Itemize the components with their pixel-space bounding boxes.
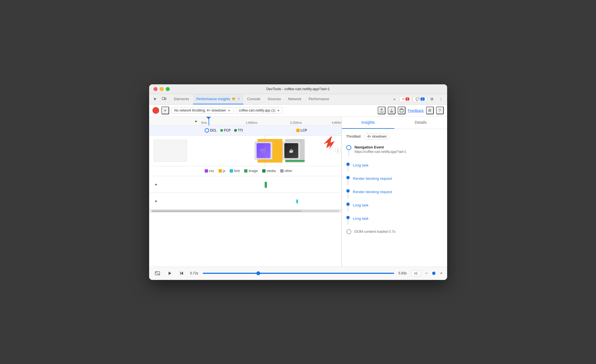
insights-list: Long task Render blocking request [346,160,443,236]
play-button[interactable] [166,269,174,277]
window-title: DevTools - coffee-cart.netlify.app/?ad=1 [266,87,330,91]
spine-0 [346,163,350,171]
insight-link-0[interactable]: Long task [353,163,369,167]
insight-link-2[interactable]: Render blocking request [353,190,392,194]
tab-performance-insights[interactable]: Performance insights ✕ [193,94,243,104]
speed-button[interactable]: x1 [411,270,421,276]
blank-frame [154,140,187,162]
tab-close-icon[interactable]: ✕ [237,97,240,101]
error-badge[interactable]: ✕ 1 [399,96,412,102]
tab-elements[interactable]: Elements [171,94,192,104]
css-color [205,169,208,173]
url-selector-dropdown[interactable]: coffee-cart.netlify.app (1) ▼ [236,107,283,114]
insight-content-2: Render blocking request [353,189,443,198]
help-icon[interactable]: ? [436,107,444,114]
net-collapse-1[interactable]: ▶ [154,181,159,187]
main-content: ▶ 0ms 1,600ms 3,200ms 4,800ms DCL [149,117,447,267]
tab-bar: Elements Performance insights ✕ Console … [149,94,447,105]
lcp-label: LCP [301,128,307,132]
delete-icon[interactable] [398,107,405,114]
more-options-icon[interactable]: ⋮ [437,95,445,103]
nav-circle [346,145,351,150]
device-toggle-icon[interactable] [160,95,168,103]
dot-0 [346,163,350,166]
css-label: css [209,169,214,173]
export-icon[interactable] [378,107,385,114]
js-color [219,169,222,173]
timeline-scrubber[interactable] [203,273,394,274]
scrollbar-thumb[interactable] [151,210,302,212]
record-dropdown[interactable]: ▼ [161,107,169,114]
nav-event-url: https://coffee-cart.netlify.app/?ad=1 [355,150,443,154]
maximize-button[interactable] [166,87,170,91]
insight-content-1: Render blocking request [353,176,443,185]
tab-details[interactable]: Details [394,117,447,129]
filmstrip-label [149,140,199,162]
legend-row: css js font image media [149,166,341,176]
spine-line-2 [348,166,348,171]
bottom-bar: 0.72s 5.93s x1 − + [149,267,447,280]
cyan-bar [296,199,298,203]
insight-link-1[interactable]: Render blocking request [353,176,392,181]
net-collapse-2[interactable]: ▶ [154,198,159,204]
message-badge[interactable]: 💬 1 [413,96,427,102]
skip-to-start-button[interactable] [178,269,186,277]
legend-media: media [262,169,276,173]
tab-network[interactable]: Network [285,94,305,104]
timeline-panel: ▶ 0ms 1,600ms 3,200ms 4,800ms DCL [149,117,342,267]
spine-line-1 [349,150,349,156]
collapse-icon[interactable]: ▶ [194,118,199,124]
zoom-indicator [432,272,435,275]
expand-button[interactable]: › [335,148,341,153]
insight-content-0: Long task [353,163,443,171]
other-color [280,169,284,173]
screenshot-toggle[interactable] [154,269,161,277]
record-button[interactable] [152,107,159,114]
throttling-dropdown[interactable]: No network throttling, 4× slowdown ▼ [171,107,234,114]
dom-event-label: DOM content loaded 0.7s [355,229,443,234]
throttle-badge: 4× slowdown [364,133,390,140]
close-button[interactable] [154,87,157,91]
dom-content-loaded: DOM content loaded 0.7s [346,227,443,236]
insight-row-2: Render blocking request [346,187,443,200]
tab-performance[interactable]: Performance [305,94,332,104]
media-label: media [267,169,276,173]
insight-link-4[interactable]: Long task [353,216,369,221]
time-start: 0.72s [190,271,198,275]
lcp-metric: LCP [296,128,307,132]
tab-sources[interactable]: Sources [264,94,284,104]
traffic-lights [154,87,170,91]
legend-image: image [244,169,258,173]
tab-console[interactable]: Console [244,94,264,104]
download-icon[interactable] [388,107,395,114]
settings-icon[interactable]: ⚙ [428,95,436,103]
scrollbar-track [151,210,339,212]
legend-font: font [230,169,240,173]
horizontal-scrollbar[interactable] [149,209,341,213]
net-track-area-1 [199,176,341,193]
zoom-in-button[interactable]: + [440,271,442,276]
filmstrip-area: 🛒 ☕ [199,136,335,166]
dot-4 [346,216,350,219]
gear-settings-icon[interactable]: ⚙ [426,107,434,114]
scrubber-thumb[interactable] [256,271,260,275]
time-0ms: 0ms [201,121,207,124]
expand-area: › [335,148,341,153]
zoom-out-button[interactable]: − [425,271,428,276]
minimize-button[interactable] [160,87,164,91]
insight-link-3[interactable]: Long task [353,203,369,207]
right-panel: Insights Details Throttled: 4× slowdown [342,117,447,267]
insight-row-0: Long task [346,160,443,174]
tab-insights[interactable]: Insights [342,117,395,129]
green-bar-1 [265,182,267,188]
image-label: image [249,169,258,173]
cursor-icon[interactable] [151,95,159,103]
scrubber-track [203,273,394,274]
fcp-metric: FCP [220,128,231,132]
spine-2 [346,189,350,198]
more-tabs-icon[interactable]: » [390,95,398,103]
fcp-icon [220,129,223,132]
feedback-link[interactable]: Feedback [408,108,424,113]
thumbnail-2: ☕ [282,142,300,160]
insight-row-1: Render blocking request [346,174,443,187]
